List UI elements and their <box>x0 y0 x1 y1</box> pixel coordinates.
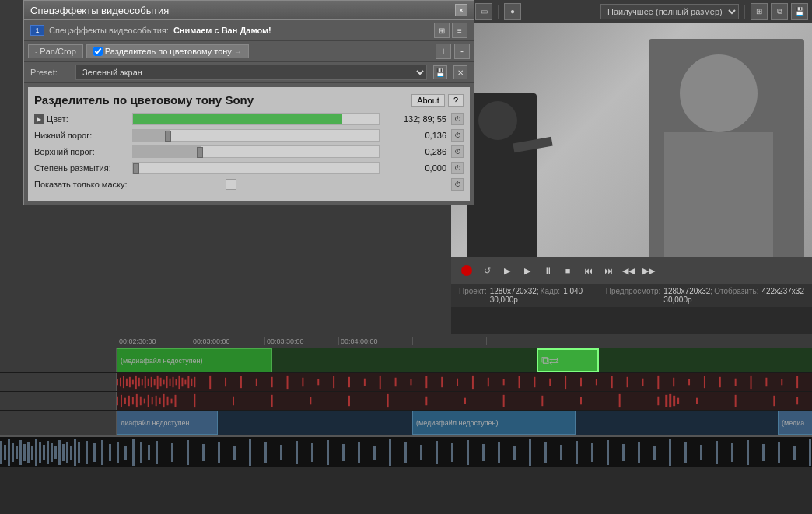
blur-slider[interactable] <box>132 162 380 174</box>
effect-tab-label: Разделитель по цветовому тону <box>105 47 232 56</box>
param-label-color: ▶ Цвет: <box>34 114 128 124</box>
help-button[interactable]: ? <box>448 94 464 107</box>
svg-rect-92 <box>619 394 621 407</box>
list-icon-btn[interactable]: ≡ <box>452 23 467 38</box>
display-info: Отобразить: 422x237x32 <box>714 287 804 304</box>
lower-slider[interactable] <box>132 129 380 142</box>
record-button[interactable] <box>459 263 474 278</box>
video-clip-selected[interactable]: ⧉⇄ <box>537 348 599 372</box>
svg-rect-169 <box>731 443 733 462</box>
svg-rect-58 <box>704 376 705 388</box>
event-info-row: 1 Спецэффекты видеособытия: Снимаем с Ва… <box>24 20 474 41</box>
color-clock-btn[interactable]: ⏱ <box>451 113 464 125</box>
svg-rect-17 <box>170 379 171 386</box>
event-number-badge: 1 <box>30 25 44 36</box>
media-clip-1-label: диафайл недоступен <box>121 419 190 427</box>
video-clip-left-label: (медиафайл недоступен) <box>121 357 203 365</box>
remove-effect-btn[interactable]: - <box>454 44 470 59</box>
upper-slider[interactable] <box>132 145 380 158</box>
media-clip-3[interactable]: (медиа <box>778 411 812 435</box>
play-button[interactable]: ▶ <box>499 263 515 278</box>
effect-tab[interactable]: Разделитель по цветовому тону → <box>86 44 249 58</box>
upper-fill <box>133 146 201 157</box>
project-value: 1280x720x32; 30,000p <box>490 287 539 304</box>
stop-button[interactable]: ■ <box>560 263 576 278</box>
loop-button[interactable]: ↺ <box>479 263 495 278</box>
lower-clock-btn[interactable]: ⏱ <box>451 129 464 142</box>
media-clip-2[interactable]: (медиафайл недоступен) <box>412 411 576 435</box>
effect-tab-remove[interactable]: → <box>234 47 242 56</box>
svg-rect-102 <box>0 441 2 464</box>
svg-rect-103 <box>4 445 6 460</box>
person-right-body <box>664 132 773 257</box>
svg-rect-97 <box>677 398 679 404</box>
lower-handle[interactable] <box>165 131 171 142</box>
fast-fwd-btn[interactable]: ▶▶ <box>641 263 656 278</box>
play2-button[interactable]: ▶ <box>520 263 535 278</box>
zoom-out-btn[interactable]: ▭ <box>475 3 492 20</box>
blur-clock-btn[interactable]: ⏱ <box>451 162 464 174</box>
blur-value: 0,000 <box>384 163 446 173</box>
param-rows: ▶ Цвет: 132; 89; 55 ⏱ Нижний порог: <box>34 113 464 191</box>
about-button[interactable]: About <box>411 94 445 107</box>
video-controls: ↺ ▶ ▶ ⏸ ■ ⏮ ⏭ ◀◀ ▶▶ <box>451 257 812 284</box>
svg-rect-29 <box>256 379 257 386</box>
dialog-toolbar: - Pan/Crop Разделитель по цветовому тону… <box>24 41 474 62</box>
add-effect-btn[interactable]: + <box>436 44 451 59</box>
grid-view-btn[interactable]: ⊞ <box>751 3 768 20</box>
preset-clear-btn[interactable]: ✕ <box>453 65 467 79</box>
svg-rect-149 <box>420 445 422 460</box>
media-clip-1[interactable]: диафайл недоступен <box>117 411 218 435</box>
svg-rect-165 <box>669 439 671 466</box>
next-frame-button[interactable]: ⏭ <box>600 263 616 278</box>
audio-waveform-1 <box>117 373 812 391</box>
video-track-content[interactable]: (медиафайл недоступен) ⧉⇄ <box>117 348 812 372</box>
dialog-close-button[interactable]: × <box>455 4 467 16</box>
preview-icon-btn[interactable]: ● <box>504 3 521 20</box>
grid-icon-btn[interactable]: ⊞ <box>434 23 450 38</box>
quality-select[interactable]: Наилучшее (полный размер) <box>600 4 739 19</box>
svg-rect-131 <box>148 445 150 460</box>
svg-rect-141 <box>296 441 298 464</box>
svg-rect-44 <box>488 378 489 387</box>
play-color-btn[interactable]: ▶ <box>34 114 44 124</box>
pause-button[interactable]: ⏸ <box>540 263 555 278</box>
mask-checkbox[interactable] <box>226 179 236 190</box>
video-clip-left[interactable]: (медиафайл недоступен) <box>117 348 272 372</box>
svg-rect-3 <box>126 379 128 386</box>
rewind-btn[interactable]: ◀◀ <box>621 263 636 278</box>
upper-handle[interactable] <box>197 147 203 158</box>
svg-rect-130 <box>140 442 142 463</box>
svg-rect-82 <box>233 397 234 406</box>
svg-rect-99 <box>735 395 737 407</box>
preset-select[interactable]: Зеленый экран <box>75 65 427 80</box>
svg-rect-34 <box>333 376 334 388</box>
blur-handle[interactable] <box>133 163 139 174</box>
color-value: 132; 89; 55 <box>384 114 446 124</box>
param-row-mask: Показать только маску: ⏱ <box>34 178 464 191</box>
upper-value: 0,286 <box>384 147 446 156</box>
color-slider[interactable] <box>132 113 380 125</box>
svg-rect-72 <box>144 399 145 404</box>
upper-clock-btn[interactable]: ⏱ <box>451 145 464 158</box>
copy-btn[interactable]: ⧉ <box>771 3 788 20</box>
svg-rect-173 <box>793 446 796 460</box>
svg-rect-15 <box>163 380 165 385</box>
media-track-content[interactable]: диафайл недоступен (медиафайл недоступен… <box>117 411 812 435</box>
save-btn[interactable]: 💾 <box>791 3 808 20</box>
svg-rect-56 <box>673 378 674 387</box>
svg-rect-7 <box>138 378 140 387</box>
svg-rect-139 <box>264 442 267 463</box>
svg-rect-23 <box>187 376 189 388</box>
mask-clock-btn[interactable]: ⏱ <box>451 178 464 191</box>
media-clip-2-label: (медиафайл недоступен) <box>416 419 499 427</box>
effect-tab-checkbox[interactable] <box>93 47 103 56</box>
prev-frame-button[interactable]: ⏮ <box>580 263 596 278</box>
svg-rect-83 <box>271 395 273 407</box>
ruler-mark-6 <box>486 337 560 345</box>
pan-crop-label: Pan/Crop <box>40 47 75 56</box>
pan-crop-tab[interactable]: - Pan/Crop <box>28 44 83 58</box>
svg-rect-101 <box>796 397 798 405</box>
svg-rect-154 <box>498 442 500 463</box>
preset-save-btn[interactable]: 💾 <box>433 65 447 79</box>
